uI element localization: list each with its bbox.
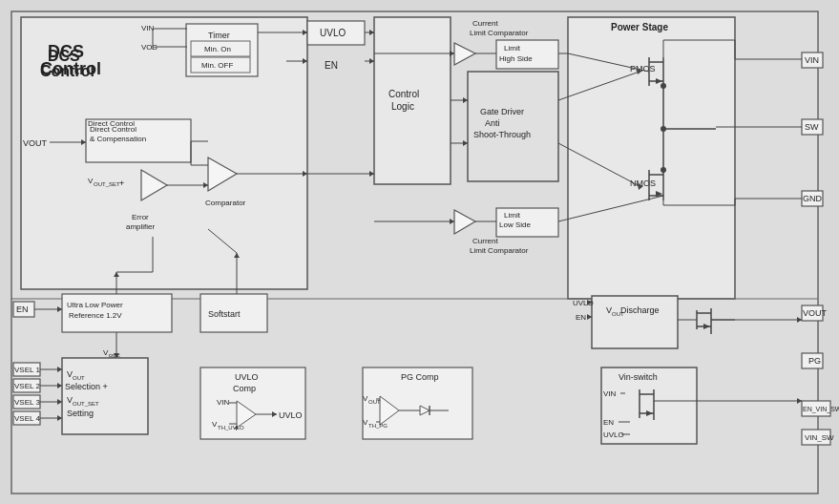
svg-marker-79 [463, 140, 468, 146]
svg-marker-52 [369, 171, 374, 177]
svg-text:Logic: Logic [391, 101, 414, 112]
svg-rect-171 [363, 368, 472, 439]
svg-text:VIN: VIN [603, 389, 617, 398]
svg-text:Limit: Limit [504, 44, 521, 52]
svg-marker-98 [454, 210, 475, 234]
svg-text:Current: Current [472, 237, 498, 245]
svg-marker-104 [450, 219, 454, 224]
svg-line-233 [208, 229, 237, 253]
svg-rect-53 [568, 17, 735, 299]
svg-text:Selection +: Selection + [65, 382, 108, 391]
svg-point-68 [661, 167, 666, 173]
svg-rect-8 [191, 57, 250, 73]
svg-marker-48 [369, 30, 374, 35]
svg-text:VSEL 4: VSEL 4 [14, 414, 40, 423]
svg-marker-201 [703, 324, 710, 329]
svg-text:TH_UVLO: TH_UVLO [218, 425, 244, 430]
svg-text:Control: Control [388, 89, 419, 99]
svg-marker-35 [303, 171, 307, 177]
svg-rect-129 [200, 294, 267, 332]
svg-rect-137 [13, 379, 40, 392]
svg-text:Shoot-Through: Shoot-Through [473, 130, 531, 139]
svg-text:UVLO: UVLO [235, 372, 259, 382]
svg-rect-194 [802, 305, 823, 321]
svg-text:Min. On: Min. On [204, 45, 231, 53]
svg-marker-93 [450, 51, 454, 56]
svg-marker-132 [114, 353, 119, 358]
svg-rect-99 [496, 208, 558, 237]
svg-text:VSEL 1: VSEL 1 [14, 366, 40, 374]
svg-text:Limit Comparator: Limit Comparator [470, 246, 529, 255]
svg-line-105 [558, 196, 663, 221]
svg-text:VOS: VOS [141, 43, 157, 52]
svg-marker-228 [114, 272, 119, 277]
svg-text:EN: EN [576, 313, 586, 322]
title-dcs-control: Control [40, 63, 94, 80]
svg-text:Power Stage: Power Stage [611, 22, 668, 32]
svg-rect-141 [13, 411, 40, 425]
svg-text:UVLO: UVLO [603, 430, 624, 439]
svg-rect-0 [11, 11, 818, 494]
svg-text:OUT_SET: OUT_SET [73, 401, 99, 407]
svg-text:OUT: OUT [368, 399, 381, 405]
svg-marker-214 [646, 410, 653, 416]
svg-text:VIN_SW: VIN_SW [805, 433, 834, 442]
svg-text:Ultra Low Power: Ultra Low Power [67, 301, 123, 309]
svg-rect-44 [374, 17, 451, 184]
svg-marker-66 [656, 191, 662, 197]
svg-text:UVLO: UVLO [320, 28, 346, 38]
svg-marker-81 [637, 69, 642, 74]
svg-rect-135 [13, 363, 40, 376]
svg-text:OUT: OUT [73, 375, 85, 381]
svg-rect-4 [186, 24, 258, 76]
svg-text:V: V [212, 420, 218, 429]
svg-marker-181 [420, 406, 430, 415]
svg-text:Setting: Setting [67, 409, 94, 418]
svg-text:PG Comp: PG Comp [401, 372, 439, 382]
svg-text:amplifier: amplifier [126, 222, 156, 231]
svg-text:OUT: OUT [612, 311, 624, 317]
svg-text:EN: EN [16, 304, 29, 314]
svg-text:VIN: VIN [805, 55, 819, 65]
svg-text:EN: EN [325, 60, 338, 71]
svg-text:TH_PG: TH_PG [368, 423, 388, 429]
svg-text:V: V [103, 348, 109, 357]
svg-text:OUT_SET: OUT_SET [94, 181, 120, 187]
svg-text:Min. OFF: Min. OFF [201, 61, 233, 70]
svg-rect-158 [200, 368, 305, 439]
svg-marker-144 [57, 367, 62, 372]
svg-text:VSEL 2: VSEL 2 [14, 382, 40, 390]
svg-text:VIN: VIN [217, 398, 230, 407]
svg-text:VIN: VIN [141, 24, 155, 32]
svg-text:Limit Comparator: Limit Comparator [470, 29, 529, 37]
svg-text:PG: PG [808, 356, 821, 366]
svg-marker-20 [81, 139, 86, 145]
svg-marker-27 [208, 158, 237, 191]
svg-text:UVLO: UVLO [279, 410, 303, 420]
svg-marker-125 [57, 306, 62, 312]
svg-rect-224 [802, 430, 830, 445]
svg-text:V: V [363, 394, 368, 403]
svg-text:NMOS: NMOS [630, 178, 656, 188]
svg-marker-223 [797, 398, 802, 404]
svg-rect-84 [468, 17, 563, 46]
svg-rect-220 [802, 401, 830, 416]
svg-marker-87 [454, 43, 475, 65]
svg-text:PMOS: PMOS [630, 64, 656, 74]
svg-text:EN_VIN_SW: EN_VIN_SW [803, 406, 839, 413]
svg-marker-190 [587, 300, 592, 305]
svg-text:V: V [67, 395, 73, 405]
svg-rect-106 [802, 52, 823, 68]
svg-rect-72 [468, 72, 558, 181]
svg-marker-50 [369, 58, 374, 64]
svg-text:Comparator: Comparator [205, 199, 246, 207]
svg-marker-33 [203, 182, 208, 188]
diagram-container: DCS Control Timer Min. On Min. OFF VIN V… [0, 0, 839, 504]
svg-line-82 [558, 143, 640, 186]
svg-text:REF: REF [109, 353, 120, 359]
svg-text:Low Side: Low Side [499, 220, 531, 229]
svg-text:& Compensation: & Compensation [90, 135, 146, 143]
svg-rect-115 [802, 191, 823, 206]
svg-rect-206 [601, 368, 697, 444]
svg-text:SW: SW [805, 122, 819, 132]
